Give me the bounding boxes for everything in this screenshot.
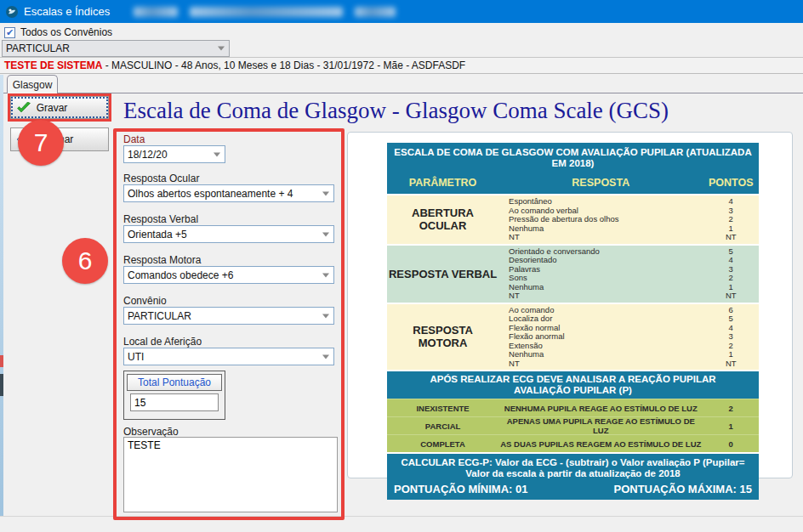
top-toolbar: ✔ Todos os Convênios PARTICULAR <box>0 23 803 58</box>
gcs-section-resposta-verbal: RESPOSTA VERBAL Orientado e conversando … <box>387 244 759 303</box>
todos-convenios-checkbox[interactable]: ✔ <box>4 27 15 38</box>
pontuacao-minima: PONTUAÇÃO MÍNIMA: 01 <box>394 483 527 495</box>
gcs-reference-image: ESCALA DE COMA DE GLASGOW COM AVALIAÇÃO … <box>387 143 759 500</box>
window-edge-strip <box>0 75 3 532</box>
convenio-top-dropdown[interactable]: PARTICULAR <box>2 40 230 57</box>
tab-glasgow-label: Glasgow <box>13 79 53 91</box>
pupil-evaluation-header: APÓS REALIZAR ECG DEVE ANALISAR A REAÇÃO… <box>387 370 759 399</box>
resposta-ocular-value: Olhos abertos espontaneamente + 4 <box>128 188 293 200</box>
gcs-section-abertura-ocular: ABERTURA OCULAR Espontâneo Ao comando ve… <box>387 194 759 244</box>
todos-convenios-label: Todos os Convênios <box>20 26 112 38</box>
gcs-section-resposta-motora: RESPOSTA MOTORA Ao comando Localiza dor … <box>387 303 759 371</box>
resposta-motora-label: Resposta Motora <box>123 254 201 266</box>
col-parametro: PARÂMETRO <box>387 177 498 189</box>
pupil-row-parcial: PARCIAL APENAS UMA PUPILA REAGE AO ESTÍM… <box>387 416 759 434</box>
data-value: 18/12/20 <box>128 149 168 161</box>
chevron-down-icon <box>322 232 329 236</box>
title-bar: Escalas e Índices <box>0 0 803 23</box>
patient-name: TESTE DE SISTEMA <box>4 59 102 71</box>
gcs-image-title: ESCALA DE COMA DE GLASGOW COM AVALIAÇÃO … <box>387 143 759 173</box>
app-icon <box>5 5 19 19</box>
total-pontuacao-groupbox: Total Pontuação <box>123 371 225 420</box>
pupil-row-inexistente: INEXISTENTE NENHUMA PUPILA REAGE AO ESTÍ… <box>387 399 759 416</box>
total-pontuacao-header: Total Pontuação <box>127 374 222 391</box>
section-name: RESPOSTA MOTORA <box>387 304 498 371</box>
annotation-step-7: 7 <box>18 120 64 166</box>
observacao-label: Observação <box>123 426 179 438</box>
resposta-verbal-dropdown[interactable]: Orientada +5 <box>123 225 334 243</box>
edge-mark <box>0 374 3 396</box>
tab-glasgow[interactable]: Glasgow <box>7 75 58 93</box>
gcs-form: Data 18/12/20 Resposta Ocular Olhos aber… <box>117 132 341 517</box>
annotation-step-6: 6 <box>62 238 108 284</box>
resposta-ocular-label: Resposta Ocular <box>123 173 199 184</box>
chevron-down-icon <box>322 273 329 277</box>
section-points: 4 3 2 1 NT <box>703 195 759 244</box>
total-pontuacao-input[interactable] <box>130 393 219 411</box>
chevron-down-icon <box>322 191 329 195</box>
gravar-button-label: Gravar <box>11 102 93 114</box>
local-afericao-label: Local de Aferição <box>123 336 202 348</box>
chevron-down-icon <box>322 314 329 318</box>
col-pontos: PONTOS <box>703 177 759 189</box>
app-window: Escalas e Índices ✔ Todos os Convênios P… <box>0 0 803 532</box>
gcs-reference-panel: ESCALA DE COMA DE GLASGOW COM AVALIAÇÃO … <box>347 132 793 478</box>
gcs-footer: CALCULAR ECG-P: Valor da ECG - (subtrair… <box>387 452 759 500</box>
gravar-button[interactable]: Gravar <box>10 96 109 119</box>
section-points: 6 5 4 3 2 1 NT <box>703 304 759 371</box>
pupil-row-completa: COMPLETA AS DUAS PUPILAS REAGEM AO ESTÍM… <box>387 434 759 452</box>
patient-info-bar: TESTE DE SISTEMA - MASCULINO - 48 Anos, … <box>0 58 803 74</box>
convenio-label: Convênio <box>123 295 167 307</box>
local-afericao-dropdown[interactable]: UTI <box>123 348 334 365</box>
resposta-verbal-label: Resposta Verbal <box>123 213 198 225</box>
resposta-motora-dropdown[interactable]: Comandos obedece +6 <box>123 266 334 284</box>
convenio-top-value: PARTICULAR <box>6 42 70 54</box>
local-afericao-value: UTI <box>128 351 144 363</box>
resposta-motora-value: Comandos obedece +6 <box>128 269 233 281</box>
data-dropdown[interactable]: 18/12/20 <box>123 145 225 163</box>
annotation-box-gravar: Gravar <box>8 93 111 122</box>
convenio-value: PARTICULAR <box>128 310 191 322</box>
section-responses: Espontâneo Ao comando verbal Pressão de … <box>498 195 703 244</box>
section-name: RESPOSTA VERBAL <box>387 246 498 303</box>
section-points: 5 4 3 2 1 NT <box>703 246 759 303</box>
gcs-column-headers: PARÂMETRO RESPOSTA PONTOS <box>387 173 759 194</box>
pontuacao-maxima: PONTUAÇÃO MÁXIMA: 15 <box>613 483 752 495</box>
chevron-down-icon <box>322 354 329 359</box>
section-responses: Orientado e conversando Desorientado Pal… <box>498 246 703 303</box>
convenio-dropdown[interactable]: PARTICULAR <box>123 307 334 325</box>
col-resposta: RESPOSTA <box>498 177 703 189</box>
patient-details: - MASCULINO - 48 Anos, 10 Meses e 18 Dia… <box>102 59 465 71</box>
observacao-textarea[interactable]: TESTE <box>123 437 338 512</box>
section-name: ABERTURA OCULAR <box>387 195 498 244</box>
resposta-verbal-value: Orientada +5 <box>128 229 187 241</box>
edge-mark <box>0 355 3 367</box>
redacted-title-text <box>134 7 396 17</box>
resposta-ocular-dropdown[interactable]: Olhos abertos espontaneamente + 4 <box>123 184 334 202</box>
window-title: Escalas e Índices <box>24 5 110 18</box>
annotation-box-form: Data 18/12/20 Resposta Ocular Olhos aber… <box>113 128 345 520</box>
data-label: Data <box>123 133 145 145</box>
chevron-down-icon <box>214 152 220 156</box>
chevron-down-icon <box>218 47 225 51</box>
page-title: Escala de Coma de Glasgow - Glasgow Coma… <box>123 98 669 124</box>
section-responses: Ao comando Localiza dor Flexão normal Fl… <box>498 304 703 371</box>
